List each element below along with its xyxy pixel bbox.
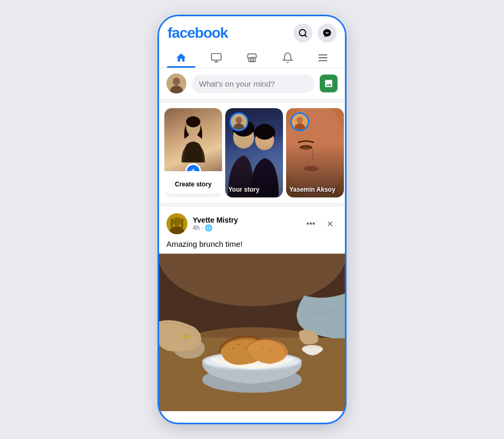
post-header: Yvette Mistry 4h · 🌐 ••• ✕ [159,207,345,237]
yasemin-avatar [292,114,308,130]
svg-rect-30 [171,218,173,228]
composer-avatar [166,74,186,93]
search-button[interactable] [293,24,312,43]
user-avatar-icon [166,74,186,93]
watch-icon [211,52,222,64]
post-input[interactable] [192,75,314,93]
search-icon [298,28,308,38]
messenger-icon [322,28,332,38]
svg-point-16 [255,124,275,140]
your-story-avatar [231,114,247,130]
svg-rect-2 [212,54,221,60]
yasemin-avatar-ring [290,112,309,131]
home-icon [175,52,187,64]
svg-point-43 [270,350,271,352]
yasemin-story-label: Yasemin Aksoy [289,186,341,193]
your-story-card[interactable]: Your story [225,108,283,197]
create-story-plus-icon: + [185,163,201,171]
your-story-label: Your story [228,186,280,193]
svg-point-8 [173,78,180,86]
post-image-container [159,254,345,411]
svg-rect-31 [181,218,183,228]
header-actions [293,24,337,43]
post-actions: ••• ✕ [303,216,338,232]
post-composer [159,68,345,103]
nav-home[interactable] [163,47,199,68]
create-story-card[interactable]: + Create story [164,108,222,197]
svg-rect-3 [250,59,254,61]
svg-point-11 [186,116,201,127]
post-food-image [159,254,345,411]
post-meta: Yvette Mistry 4h · 🌐 [193,216,298,232]
nav-menu[interactable] [305,47,341,68]
nav-marketplace[interactable] [234,47,270,68]
yasemin-story-card[interactable]: Yasemin Aksoy [286,108,344,197]
messenger-button[interactable] [318,24,337,43]
stories-row: + Create story [159,103,345,207]
post-close-button[interactable]: ✕ [322,216,338,232]
svg-point-25 [297,117,303,124]
nav-watch[interactable] [199,47,235,68]
post-timestamp: 4h · 🌐 [193,224,298,232]
svg-point-28 [173,217,181,226]
post-author-avatar [166,213,187,234]
photo-icon [324,79,333,88]
post-more-button[interactable]: ••• [303,216,319,232]
photo-button[interactable] [320,75,338,92]
svg-point-40 [233,347,235,349]
post-author-name: Yvette Mistry [193,216,298,224]
app-header: facebook [159,16,345,47]
nav-notifications[interactable] [270,47,306,68]
create-story-person [177,116,209,163]
post-privacy-icon: 🌐 [205,224,213,232]
facebook-logo: facebook [167,25,228,41]
svg-point-41 [238,344,240,346]
svg-point-44 [184,335,189,338]
news-feed-post: Yvette Mistry 4h · 🌐 ••• ✕ Amazing brunc… [159,207,345,411]
navigation-bar [159,47,345,68]
post-avatar-image [166,213,187,234]
svg-point-42 [261,346,264,348]
post-text-content: Amazing brunch time! [159,237,345,254]
phone-frame: facebook [158,15,346,424]
bell-icon [282,52,293,64]
menu-icon [317,52,329,64]
create-story-label: Create story [164,171,222,193]
your-story-avatar-ring [229,112,248,131]
svg-line-1 [304,35,306,36]
svg-point-18 [236,117,242,124]
marketplace-icon [246,52,258,64]
